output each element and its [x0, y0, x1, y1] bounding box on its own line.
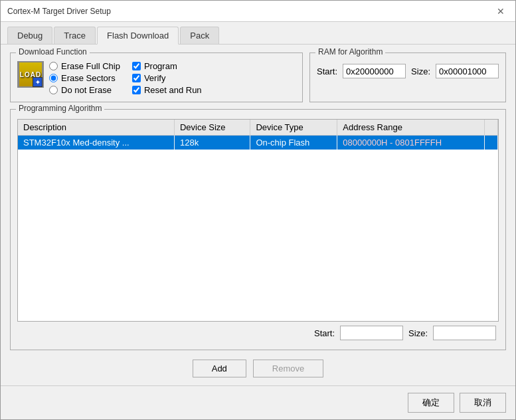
- check-options: Program Verify Reset and Run: [132, 61, 202, 95]
- col-device-type: Device Type: [250, 120, 337, 136]
- bottom-size-label: Size:: [408, 328, 428, 338]
- check-program-label: Program: [144, 61, 177, 71]
- bottom-start-input[interactable]: [340, 326, 403, 340]
- tab-pack[interactable]: Pack: [180, 27, 219, 44]
- radio-do-not-erase-input[interactable]: [49, 86, 58, 94]
- chip-icon: ✦: [33, 77, 43, 87]
- check-program[interactable]: Program: [132, 61, 202, 71]
- ram-algorithm-label: RAM for Algorithm: [315, 47, 385, 56]
- check-verify-input[interactable]: [132, 74, 141, 82]
- radio-do-not-erase[interactable]: Do not Erase: [49, 85, 120, 95]
- bottom-size-input[interactable]: [433, 326, 496, 340]
- ok-button[interactable]: 确定: [408, 393, 454, 413]
- cell-address-range: 08000000H - 0801FFFFH: [337, 136, 485, 150]
- download-function-group: Download Function LOAD ✦: [10, 52, 303, 102]
- ram-size-input[interactable]: [436, 64, 499, 78]
- cell-device-type: On-chip Flash: [250, 136, 337, 150]
- title-bar: Cortex-M Target Driver Setup ✕: [1, 1, 515, 22]
- bottom-inputs: Start: Size:: [17, 322, 499, 343]
- download-function-label: Download Function: [16, 47, 90, 56]
- check-reset-run-input[interactable]: [132, 86, 141, 94]
- check-program-input[interactable]: [132, 62, 141, 70]
- check-verify[interactable]: Verify: [132, 73, 202, 83]
- tab-flash-download[interactable]: Flash Download: [97, 27, 179, 45]
- bottom-start-label: Start:: [314, 328, 335, 338]
- radio-erase-full-input[interactable]: [49, 62, 58, 70]
- ram-inner: Start: Size:: [317, 64, 499, 78]
- load-icon: LOAD ✦: [17, 61, 44, 88]
- footer: 确定 取消: [1, 385, 515, 419]
- programming-algorithm-group: Programming Algorithm Description Device…: [10, 109, 506, 350]
- window-title: Cortex-M Target Driver Setup: [7, 7, 111, 16]
- radio-erase-full[interactable]: Erase Full Chip: [49, 61, 120, 71]
- col-description: Description: [18, 120, 174, 136]
- top-section: Download Function LOAD ✦: [10, 52, 506, 102]
- ram-size-label: Size:: [411, 66, 430, 76]
- cell-extra: [485, 136, 498, 150]
- programming-algorithm-label: Programming Algorithm: [16, 104, 104, 113]
- check-verify-label: Verify: [144, 73, 166, 83]
- cancel-button[interactable]: 取消: [460, 393, 506, 413]
- download-function-inner: LOAD ✦ Erase Full Chip: [17, 61, 296, 95]
- radio-erase-sectors[interactable]: Erase Sectors: [49, 73, 120, 83]
- algorithm-table-wrapper: Description Device Size Device Type Addr…: [17, 119, 499, 322]
- col-device-size: Device Size: [174, 120, 250, 136]
- col-address-range: Address Range: [337, 120, 485, 136]
- add-button[interactable]: Add: [193, 360, 246, 377]
- radio-erase-sectors-input[interactable]: [49, 74, 58, 82]
- col-extra: [485, 120, 498, 136]
- check-reset-run[interactable]: Reset and Run: [132, 85, 202, 95]
- close-button[interactable]: ✕: [493, 5, 509, 18]
- main-content: Download Function LOAD ✦: [1, 45, 515, 385]
- remove-button[interactable]: Remove: [253, 360, 323, 377]
- ram-algorithm-group: RAM for Algorithm Start: Size:: [309, 52, 506, 102]
- tab-bar: Debug Trace Flash Download Pack: [1, 22, 515, 45]
- ram-start-label: Start:: [317, 66, 337, 76]
- button-row: Add Remove: [10, 360, 506, 377]
- main-window: Cortex-M Target Driver Setup ✕ Debug Tra…: [0, 0, 516, 420]
- tab-debug[interactable]: Debug: [7, 27, 52, 44]
- check-reset-run-label: Reset and Run: [144, 85, 202, 95]
- cell-description: STM32F10x Med-density ...: [18, 136, 174, 150]
- radio-options: Erase Full Chip Erase Sectors Do not Era…: [49, 61, 120, 95]
- table-row[interactable]: STM32F10x Med-density ... 128k On-chip F…: [18, 136, 498, 150]
- radio-do-not-erase-label: Do not Erase: [61, 85, 112, 95]
- radio-erase-sectors-label: Erase Sectors: [61, 73, 116, 83]
- algorithm-table: Description Device Size Device Type Addr…: [18, 120, 498, 150]
- tab-trace[interactable]: Trace: [54, 27, 96, 44]
- ram-start-input[interactable]: [343, 64, 406, 78]
- cell-device-size: 128k: [174, 136, 250, 150]
- radio-erase-full-label: Erase Full Chip: [61, 61, 120, 71]
